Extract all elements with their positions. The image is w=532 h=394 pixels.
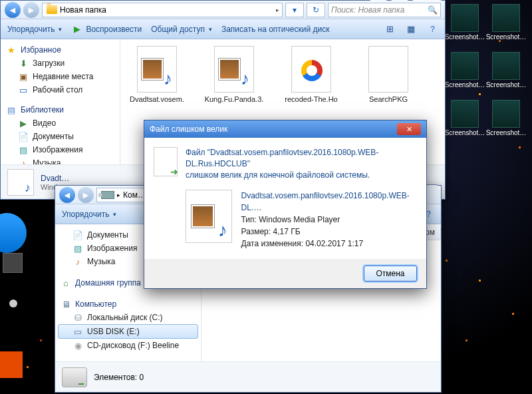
tree-item-video[interactable]: ▶Видео	[3, 116, 117, 130]
tree-item-recent[interactable]: ▣Недавние места	[3, 70, 117, 83]
status-bar: Элементов: 0	[55, 361, 441, 392]
file-thumbnail	[7, 169, 34, 196]
desktop-icon[interactable]: Screenshot…	[444, 1, 485, 49]
usb-icon: ▭	[72, 326, 83, 337]
share-menu[interactable]: Общий доступ	[151, 25, 212, 34]
libraries-group[interactable]: ▤Библиотеки	[3, 103, 117, 116]
status-text: Элементов: 0	[94, 373, 144, 382]
recent-icon: ▣	[18, 71, 29, 82]
forward-button[interactable]: ►	[78, 187, 94, 203]
drive-icon	[62, 367, 87, 387]
back-button[interactable]: ◄	[5, 2, 21, 18]
desktop-icon[interactable]: Screenshot…	[444, 97, 485, 145]
dialog-message: Файл "Dvadtsat.vosem.panfilovtsev.2016.1…	[186, 147, 417, 180]
help-icon[interactable]: ？	[426, 23, 438, 35]
desktop-shortcut[interactable]	[0, 351, 23, 378]
preview-pane-icon[interactable]: ▦	[405, 23, 417, 35]
desktop-icons-group: Screenshot… Screenshot… Screenshot… Scre…	[444, 1, 531, 145]
dialog-title: Файл слишком велик	[150, 124, 227, 134]
tree-item-downloads[interactable]: ⬇Загрузки	[3, 57, 117, 70]
desktop-icon[interactable]: Screenshot…	[485, 1, 527, 49]
details-name: Dvadt…	[41, 174, 69, 183]
copy-icon	[154, 147, 178, 176]
tree-item-usb-disk[interactable]: ▭USB DISK (E:)	[58, 324, 198, 339]
image-icon: ▧	[72, 243, 83, 254]
breadcrumb-label: Новая папка	[60, 5, 106, 15]
file-name: Dvadtsat.vosem.panfilovtsev.2016.1080p.W…	[241, 190, 417, 214]
computer-group[interactable]: 🖥Компьютер	[58, 297, 198, 311]
file-item[interactable]: recoded-The.Ho	[281, 46, 341, 103]
breadcrumb[interactable]: Новая папка ▸	[42, 3, 283, 17]
burn-button[interactable]: Записать на оптический диск	[221, 25, 330, 34]
forward-button[interactable]: ►	[23, 2, 39, 18]
document-icon: 📄	[72, 230, 83, 240]
dialog-titlebar[interactable]: Файл слишком велик ✕	[144, 120, 426, 138]
play-button[interactable]: ▶Воспроизвести	[71, 23, 142, 35]
search-placeholder: Поиск: Новая папка	[331, 5, 404, 15]
document-icon: 📄	[18, 131, 29, 142]
play-icon: ▶	[71, 23, 83, 35]
refresh-button[interactable]: ↻	[307, 3, 325, 17]
desktop-icon[interactable]: Screenshot…	[485, 49, 527, 97]
star-icon: ★	[6, 45, 17, 55]
organize-menu[interactable]: Упорядочить	[62, 210, 116, 219]
search-icon: 🔍	[428, 5, 438, 15]
music-icon: ♪	[18, 158, 29, 164]
favorites-group[interactable]: ★Избранное	[3, 43, 117, 57]
desktop-icon[interactable]: Screenshot…	[444, 49, 485, 97]
organize-menu[interactable]: Упорядочить	[7, 25, 62, 34]
library-icon: ▤	[6, 104, 17, 115]
breadcrumb-dropdown[interactable]: ▾	[285, 3, 304, 17]
hdd-icon: ⛁	[72, 312, 83, 323]
tree-item-images[interactable]: ▧Изображения	[3, 143, 117, 156]
address-bar: ◄ ► Новая папка ▸ ▾ ↻ Поиск: Новая папка…	[1, 1, 445, 19]
file-item[interactable]: SearchPKG	[358, 46, 418, 103]
file-metadata: Dvadtsat.vosem.panfilovtsev.2016.1080p.W…	[241, 190, 417, 250]
music-icon: ♪	[72, 256, 83, 267]
navigation-pane: ★Избранное ⬇Загрузки ▣Недавние места ▭Ра…	[1, 39, 120, 164]
file-item[interactable]: Kung.Fu.Panda.3.	[204, 46, 264, 103]
back-button[interactable]: ◄	[59, 187, 75, 203]
chrome-icon	[301, 60, 323, 81]
homegroup-icon: ⌂	[61, 278, 71, 288]
cancel-button[interactable]: Отмена	[364, 266, 417, 282]
search-input[interactable]: Поиск: Новая папка 🔍	[328, 3, 441, 17]
chevron-down-icon[interactable]: ▸	[276, 7, 279, 13]
cd-icon: ◉	[72, 340, 83, 351]
tree-item-desktop[interactable]: ▭Рабочий стол	[3, 83, 117, 97]
tree-item-documents[interactable]: 📄Документы	[3, 130, 117, 143]
desktop-shortcut[interactable]	[9, 299, 17, 307]
tree-item-cd[interactable]: ◉CD-дисковод (F:) Beeline	[58, 339, 198, 352]
image-icon: ▧	[18, 144, 29, 155]
tree-item-music[interactable]: ♪Музыка	[3, 156, 117, 164]
command-bar: Упорядочить ▶Воспроизвести Общий доступ …	[1, 19, 445, 39]
file-item[interactable]: Dvadtsat.vosem.	[127, 46, 187, 103]
download-icon: ⬇	[18, 58, 29, 69]
folder-icon	[47, 5, 57, 14]
computer-icon: 🖥	[61, 299, 71, 309]
desktop-icon[interactable]: Screenshot…	[485, 97, 527, 145]
desktop-icon: ▭	[18, 85, 29, 95]
close-button[interactable]: ✕	[397, 123, 421, 135]
usb-icon	[101, 191, 114, 199]
file-thumbnail	[186, 190, 232, 243]
error-dialog: Файл слишком велик ✕ Файл "Dvadtsat.vose…	[144, 120, 427, 289]
breadcrumb-label: Ком…	[123, 190, 146, 200]
desktop-shortcut[interactable]	[3, 253, 23, 273]
tree-item-local-disk[interactable]: ⛁Локальный диск (C:)	[58, 311, 198, 324]
video-icon: ▶	[18, 118, 29, 128]
view-options-icon[interactable]: ⊞	[384, 23, 396, 35]
